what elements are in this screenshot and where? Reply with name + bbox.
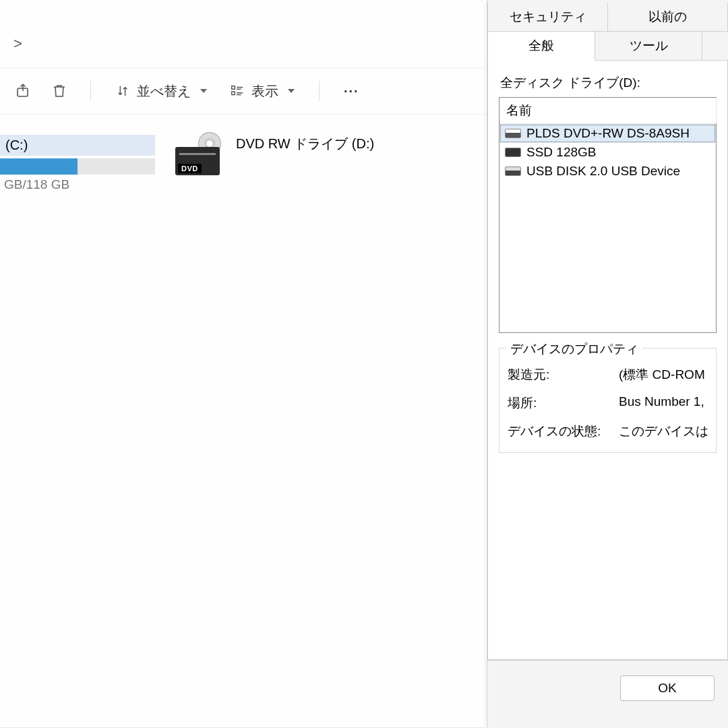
drive-c-usage-bar (0, 158, 155, 175)
delete-icon[interactable] (43, 78, 75, 104)
tab-spacer (702, 31, 728, 61)
dvd-drive-icon: DVD (175, 135, 224, 175)
optical-drive-icon (505, 129, 521, 138)
property-value: このデバイスは正 (619, 423, 708, 440)
tab-security[interactable]: セキュリティ (487, 3, 608, 32)
drive-list-item[interactable]: SSD 128GB (499, 143, 716, 162)
more-icon: ··· (344, 84, 359, 99)
drive-list-header-name[interactable]: 名前 (499, 98, 716, 124)
nav-forward-icon[interactable]: > (13, 35, 22, 53)
sort-label: 並べ替え (137, 82, 191, 100)
drive-c-detail: GB/118 GB (0, 176, 155, 193)
explorer-window: > 並べ替え 表示 (0, 0, 485, 728)
property-row: 場所: Bus Number 1, (508, 389, 708, 417)
explorer-titlebar (0, 0, 485, 20)
sort-button[interactable]: 並べ替え (106, 78, 216, 104)
tab-tools[interactable]: ツール (595, 31, 702, 61)
drives-section-label: 全ディスク ドライブ(D): (500, 74, 717, 92)
tab-general[interactable]: 全般 (487, 31, 595, 61)
tabs-row-back: セキュリティ 以前の (487, 3, 728, 32)
property-key: 場所: (508, 394, 619, 412)
property-key: デバイスの状態: (508, 423, 619, 440)
usb-drive-icon (505, 166, 521, 176)
drive-list[interactable]: 名前 PLDS DVD+-RW DS-8A9SH SSD 128GB USB D… (499, 97, 717, 333)
drive-d-label: DVD RW ドライブ (D:) (236, 135, 374, 153)
view-label: 表示 (251, 82, 278, 100)
chevron-down-icon (288, 89, 295, 93)
drive-list-item[interactable]: USB DISK 2.0 USB Device (499, 162, 716, 181)
share-icon[interactable] (7, 78, 39, 104)
more-button[interactable]: ··· (334, 80, 369, 103)
property-row: 製造元: (標準 CD-ROM (508, 361, 708, 389)
device-properties-group: デバイスのプロパティ 製造元: (標準 CD-ROM 場所: Bus Numbe… (499, 348, 717, 453)
property-value: (標準 CD-ROM (619, 366, 705, 384)
drive-list-item-name: SSD 128GB (526, 145, 597, 160)
tabs-row-front: 全般 ツール (487, 31, 728, 61)
chevron-down-icon (200, 89, 207, 93)
explorer-content: (C:) GB/118 GB DVD DVD RW ドライブ (D:) (0, 115, 485, 214)
drive-c-label: (C:) (0, 135, 155, 156)
dvd-badge: DVD (178, 164, 202, 173)
drive-list-item-name: USB DISK 2.0 USB Device (526, 164, 680, 179)
property-key: 製造元: (508, 366, 619, 384)
explorer-toolbar: 並べ替え 表示 ··· (0, 67, 485, 115)
properties-body: 全ディスク ドライブ(D): 名前 PLDS DVD+-RW DS-8A9SH … (487, 61, 728, 660)
svg-rect-2 (232, 92, 235, 95)
drive-list-item[interactable]: PLDS DVD+-RW DS-8A9SH (499, 124, 716, 143)
drive-d-item[interactable]: DVD DVD RW ドライブ (D:) (175, 135, 374, 175)
explorer-nav-bar: > (0, 20, 485, 67)
drive-c-item[interactable]: (C:) GB/118 GB (0, 135, 155, 193)
properties-footer: OK (487, 660, 728, 728)
property-row: デバイスの状態: このデバイスは正 (508, 417, 708, 446)
drive-list-item-name: PLDS DVD+-RW DS-8A9SH (526, 126, 690, 141)
toolbar-separator (90, 81, 91, 101)
toolbar-separator (319, 81, 320, 101)
svg-rect-1 (232, 86, 235, 90)
properties-dialog: セキュリティ 以前の 全般 ツール 全ディスク ドライブ(D): 名前 PLDS… (487, 0, 728, 728)
tab-previous[interactable]: 以前の (608, 3, 728, 32)
ssd-drive-icon (505, 148, 521, 157)
device-properties-title: デバイスのプロパティ (506, 340, 642, 358)
property-value: Bus Number 1, (619, 394, 704, 412)
ok-button[interactable]: OK (620, 675, 715, 701)
view-button[interactable]: 表示 (220, 78, 304, 104)
